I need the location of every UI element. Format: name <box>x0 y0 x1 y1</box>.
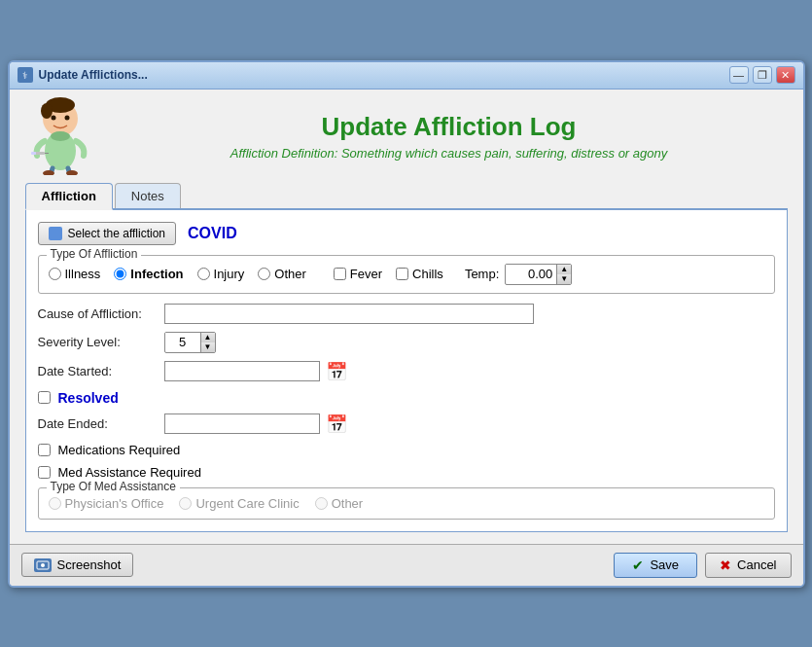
window-icon: ⚕ <box>18 67 33 83</box>
injury-radio[interactable] <box>197 268 210 280</box>
severity-spin-down[interactable]: ▼ <box>201 342 215 352</box>
temp-input[interactable] <box>506 265 556 283</box>
window-body: Update Affliction Log Affliction Definit… <box>10 90 803 544</box>
svg-rect-9 <box>35 152 45 155</box>
svg-rect-10 <box>31 152 36 155</box>
svg-point-4 <box>51 115 55 120</box>
other-radio[interactable] <box>258 268 270 280</box>
chills-label[interactable]: Chills <box>412 267 443 281</box>
tab-affliction[interactable]: Affliction <box>25 183 113 210</box>
infection-radio[interactable] <box>114 268 126 280</box>
severity-row: Severity Level: ▲ ▼ <box>38 332 775 353</box>
type-row: Illness Infection Injury Other <box>49 264 764 285</box>
infection-radio-group: Infection <box>114 267 183 281</box>
cancel-button[interactable]: ✖ Cancel <box>705 553 791 578</box>
illness-radio-group: Illness <box>49 267 101 281</box>
footer-right: ✔ Save ✖ Cancel <box>614 553 791 578</box>
date-ended-label: Date Ended: <box>38 416 164 431</box>
physician-radio <box>49 497 61 510</box>
date-started-input[interactable] <box>164 361 320 381</box>
med-assistance-group: Type Of Med Assistance Physician's Offic… <box>38 487 775 520</box>
severity-label: Severity Level: <box>38 335 164 349</box>
med-assistance-label[interactable]: Med Assistance Required <box>58 465 201 480</box>
minimize-button[interactable]: — <box>729 66 749 84</box>
date-started-row: Date Started: 📅 <box>38 361 775 382</box>
subtitle: Affliction Definition: Something which c… <box>111 146 788 161</box>
tabs-row: Affliction Notes <box>25 183 788 210</box>
header-titles: Update Affliction Log Affliction Definit… <box>111 112 788 161</box>
cause-row: Cause of Affliction: <box>38 304 775 324</box>
other-med-label: Other <box>332 496 364 511</box>
chills-checkbox[interactable] <box>396 268 408 280</box>
window-controls: — ❐ ✕ <box>729 66 795 84</box>
selected-affliction-value: COVID <box>188 225 237 242</box>
tab-content: Select the affliction COVID Type Of Affl… <box>25 210 788 532</box>
other-med-radio <box>315 497 328 510</box>
cause-input[interactable] <box>164 304 534 324</box>
svg-point-13 <box>41 563 45 567</box>
date-started-calendar-icon[interactable]: 📅 <box>326 361 347 382</box>
temp-spin-down[interactable]: ▼ <box>557 274 571 284</box>
screenshot-svg <box>36 560 50 570</box>
urgent-radio <box>179 497 192 510</box>
illness-label[interactable]: Illness <box>65 267 101 281</box>
select-affliction-button[interactable]: Select the affliction <box>38 222 177 245</box>
date-ended-calendar-icon[interactable]: 📅 <box>326 413 347 435</box>
physician-label: Physician's Office <box>65 496 164 511</box>
affliction-header-row: Select the affliction COVID <box>38 222 775 245</box>
footer-bar: Screenshot ✔ Save ✖ Cancel <box>10 544 803 586</box>
injury-label[interactable]: Injury <box>214 267 245 281</box>
temp-label: Temp: <box>465 267 499 281</box>
temp-group: Temp: ▲ ▼ <box>465 264 572 285</box>
temp-spin-up[interactable]: ▲ <box>557 265 571 274</box>
medications-checkbox[interactable] <box>38 444 51 456</box>
med-assistance-checkbox[interactable] <box>38 466 51 479</box>
chills-checkbox-group: Chills <box>396 267 443 281</box>
physician-radio-group: Physician's Office <box>49 496 164 511</box>
title-bar-left: ⚕ Update Afflictions... <box>18 67 148 83</box>
cancel-label: Cancel <box>737 557 776 572</box>
svg-point-5 <box>64 115 69 120</box>
date-started-label: Date Started: <box>38 364 164 378</box>
illness-radio[interactable] <box>49 268 61 280</box>
close-button[interactable]: ✕ <box>776 66 795 84</box>
resolved-row: Resolved <box>38 390 775 406</box>
temp-input-wrapper: ▲ ▼ <box>505 264 572 285</box>
svg-point-3 <box>41 103 53 119</box>
med-assistance-row: Med Assistance Required <box>38 465 775 480</box>
severity-wrapper: ▲ ▼ <box>164 332 216 353</box>
tab-notes[interactable]: Notes <box>115 183 181 208</box>
fever-checkbox-group: Fever <box>334 267 382 281</box>
med-assistance-group-label: Type Of Med Assistance <box>47 480 180 493</box>
date-ended-row: Date Ended: 📅 <box>38 413 775 435</box>
fever-label[interactable]: Fever <box>350 267 382 281</box>
select-affliction-label: Select the affliction <box>68 227 166 240</box>
fever-checkbox[interactable] <box>334 268 346 280</box>
infection-label[interactable]: Infection <box>130 267 183 281</box>
other-label[interactable]: Other <box>274 267 306 281</box>
header-section: Update Affliction Log Affliction Definit… <box>25 101 788 171</box>
svg-point-6 <box>51 131 70 141</box>
severity-input[interactable] <box>165 333 200 351</box>
save-button[interactable]: ✔ Save <box>614 553 697 578</box>
resolved-label[interactable]: Resolved <box>58 390 119 406</box>
med-options-row: Physician's Office Urgent Care Clinic Ot… <box>49 496 764 511</box>
screenshot-button[interactable]: Screenshot <box>21 553 134 577</box>
screenshot-label: Screenshot <box>57 557 122 572</box>
avatar-image <box>27 97 93 175</box>
save-label: Save <box>650 557 679 572</box>
select-icon <box>49 227 62 240</box>
save-check-icon: ✔ <box>632 557 644 573</box>
window-title: Update Afflictions... <box>39 68 148 82</box>
resolved-checkbox[interactable] <box>38 391 51 404</box>
urgent-label: Urgent Care Clinic <box>195 496 299 511</box>
cancel-x-icon: ✖ <box>720 557 731 573</box>
injury-radio-group: Injury <box>197 267 245 281</box>
severity-spin-up[interactable]: ▲ <box>201 333 215 342</box>
medications-label[interactable]: Medications Required <box>58 443 181 457</box>
temp-spin-buttons: ▲ ▼ <box>556 265 571 284</box>
main-title: Update Affliction Log <box>111 112 788 142</box>
type-of-affliction-group: Type Of Affliction Illness Infection Inj… <box>38 255 775 294</box>
restore-button[interactable]: ❐ <box>753 66 772 84</box>
date-ended-input[interactable] <box>164 413 320 434</box>
